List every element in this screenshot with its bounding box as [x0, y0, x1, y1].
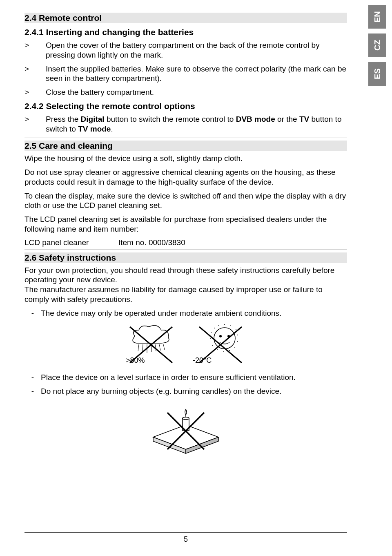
marker: > — [24, 87, 46, 97]
paragraph: To clean the display, make sure the devi… — [24, 191, 347, 211]
rule-thin — [24, 530, 347, 530]
marker: > — [24, 40, 46, 50]
heading-2-4-1: 2.4.1 Inserting and changing the batteri… — [24, 27, 347, 37]
svg-point-23 — [210, 338, 211, 339]
svg-line-0 — [138, 344, 139, 351]
item-number: Item no. 0000/3830 — [118, 238, 185, 247]
svg-point-18 — [237, 335, 238, 335]
item-number-line: LCD panel cleaner Item no. 0000/3830 — [24, 238, 347, 247]
lang-tab-en[interactable]: EN — [368, 5, 386, 29]
list-text: Close the battery compartment. — [46, 87, 347, 97]
paragraph: The manufacturer assumes no liability fo… — [24, 285, 347, 304]
list-item: - The device may only be operated under … — [24, 308, 347, 318]
lang-tab-es[interactable]: ES — [368, 62, 386, 86]
svg-point-11 — [219, 335, 222, 337]
text: button to switch the remote control to — [105, 115, 236, 123]
list-item: > Insert the supplied batteries. Make su… — [24, 64, 347, 84]
svg-point-14 — [218, 325, 219, 326]
svg-line-5 — [159, 344, 160, 351]
temperature-icon: -20°C — [192, 322, 249, 367]
heading-2-4: 2.4 Remote control — [24, 13, 347, 23]
marker: - — [24, 373, 41, 382]
list-item: > Open the cover of the battery compartm… — [24, 40, 347, 60]
item-label: LCD panel cleaner — [24, 238, 118, 247]
list-text: Press the Digital button to switch the r… — [46, 114, 347, 134]
paragraph: For your own protection, you should read… — [24, 266, 347, 285]
bold-dvb-mode: DVB mode — [236, 115, 275, 123]
humidity-temperature-figure: >80% -20°C — [24, 322, 347, 367]
rule — [24, 250, 347, 250]
text: . — [111, 125, 113, 133]
list-2-4-1: > Open the cover of the battery compartm… — [24, 40, 347, 97]
text: or the — [275, 115, 299, 123]
list-text: Open the cover of the battery compartmen… — [46, 40, 347, 60]
svg-point-25 — [217, 349, 218, 350]
bold-tv: TV — [299, 115, 309, 123]
svg-point-19 — [237, 341, 238, 342]
rule-thick — [24, 532, 347, 533]
svg-point-17 — [236, 329, 236, 330]
marker: > — [24, 64, 46, 74]
paragraph: Wipe the housing of the device using a s… — [24, 154, 347, 163]
marker: - — [24, 386, 41, 396]
paragraph: The LCD panel cleaning set is available … — [24, 214, 347, 234]
text: Press the — [46, 115, 81, 123]
marker: > — [24, 114, 46, 124]
list-text: Do not place any burning objects (e.g. b… — [41, 386, 347, 396]
rule — [24, 138, 347, 138]
page-content: 2.4 Remote control 2.4.1 Inserting and c… — [24, 10, 347, 458]
list-item: > Press the Digital button to switch the… — [24, 114, 347, 134]
list-item: - Place the device on a level surface in… — [24, 373, 347, 382]
list-text: Place the device on a level surface in o… — [41, 373, 347, 382]
bold-digital: Digital — [81, 115, 105, 123]
list-text: Insert the supplied batteries. Make sure… — [46, 64, 347, 84]
svg-point-22 — [211, 332, 212, 333]
no-candle-icon — [145, 400, 227, 458]
svg-point-21 — [229, 350, 230, 351]
paragraph: Do not use spray cleaner or aggressive c… — [24, 167, 347, 187]
marker: - — [24, 308, 41, 318]
list-item: - Do not place any burning objects (e.g.… — [24, 386, 347, 396]
rule — [24, 10, 347, 10]
svg-point-13 — [214, 328, 215, 328]
lang-tab-cz[interactable]: CZ — [368, 33, 386, 57]
heading-2-5: 2.5 Care and cleaning — [24, 141, 347, 151]
page-number: 5 — [24, 535, 347, 544]
heading-2-6: 2.6 Safety instructions — [24, 252, 347, 263]
bold-tv-mode: TV mode — [78, 125, 111, 133]
svg-point-16 — [230, 325, 231, 326]
list-text: The device may only be operated under mo… — [41, 308, 347, 318]
svg-point-20 — [234, 347, 235, 348]
humidity-icon: >80% — [122, 322, 180, 367]
heading-2-4-2: 2.4.2 Selecting the remote control optio… — [24, 101, 347, 111]
candle-on-device-figure — [24, 400, 347, 458]
page-footer: 5 — [24, 530, 347, 544]
svg-point-24 — [212, 345, 213, 346]
svg-point-15 — [224, 324, 225, 325]
svg-point-10 — [214, 328, 235, 349]
language-tabs: EN CZ ES — [368, 5, 386, 86]
svg-line-6 — [163, 344, 165, 350]
svg-point-26 — [223, 351, 224, 352]
list-item: > Close the battery compartment. — [24, 87, 347, 97]
